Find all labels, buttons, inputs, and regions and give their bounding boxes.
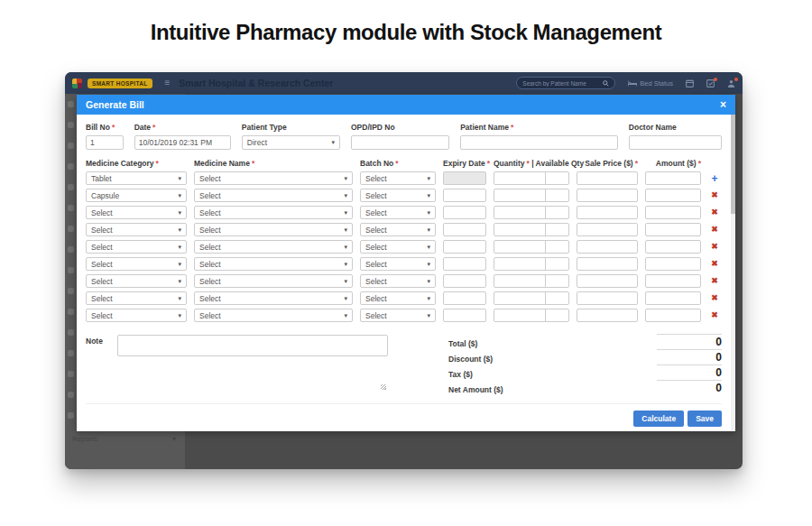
opd-ipd-input[interactable] xyxy=(351,135,449,150)
save-button[interactable]: Save xyxy=(687,411,722,427)
sale-price-input[interactable] xyxy=(577,171,638,185)
amount-input[interactable] xyxy=(645,291,701,305)
medicine-category-select[interactable]: Select▾ xyxy=(86,274,187,288)
sale-price-input[interactable] xyxy=(577,257,638,271)
sidebar-module-icon[interactable] xyxy=(68,205,74,211)
sale-price-input[interactable] xyxy=(577,206,638,219)
sidebar-module-icon[interactable] xyxy=(68,163,74,170)
medicine-name-select[interactable]: Select▾ xyxy=(194,274,353,288)
close-icon[interactable]: × xyxy=(720,99,726,110)
batch-no-select[interactable]: Select▾ xyxy=(360,257,436,271)
medicine-name-select[interactable]: Select▾ xyxy=(194,171,353,185)
sale-price-input[interactable] xyxy=(577,189,638,202)
medicine-name-select[interactable]: Select▾ xyxy=(194,240,353,254)
medicine-category-select[interactable]: Capsule▾ xyxy=(86,189,187,202)
sidebar-module-icon[interactable] xyxy=(68,329,74,336)
batch-no-select[interactable]: Select▾ xyxy=(360,171,436,185)
batch-no-select[interactable]: Select▾ xyxy=(360,291,436,305)
sidebar-module-icon[interactable] xyxy=(68,371,74,377)
remove-row-icon[interactable]: ✖ xyxy=(708,191,721,199)
sidebar-module-icon[interactable] xyxy=(68,184,74,190)
amount-input[interactable] xyxy=(645,309,701,322)
sale-price-input[interactable] xyxy=(577,309,638,322)
modal-scrollbar[interactable] xyxy=(731,115,735,431)
amount-input[interactable] xyxy=(645,240,701,254)
sidebar-module-icon[interactable] xyxy=(68,122,74,128)
sidebar-module-icon[interactable] xyxy=(68,412,74,419)
sale-price-input[interactable] xyxy=(577,240,638,254)
doctor-name-input[interactable] xyxy=(629,135,722,150)
medicine-category-select[interactable]: Select▾ xyxy=(86,291,187,305)
expiry-date-input[interactable] xyxy=(443,291,486,305)
patient-type-select[interactable]: Direct ▾ xyxy=(242,135,340,150)
expiry-date-input[interactable] xyxy=(443,189,486,202)
quantity-input[interactable] xyxy=(494,224,545,235)
batch-no-select[interactable]: Select▾ xyxy=(360,274,436,288)
date-input[interactable] xyxy=(134,135,231,150)
batch-no-select[interactable]: Select▾ xyxy=(360,206,436,219)
amount-input[interactable] xyxy=(645,189,701,202)
sidebar-item-reports[interactable]: Reports ▾ xyxy=(72,435,176,443)
sidebar-module-icon[interactable] xyxy=(68,392,74,398)
sidebar-module-icon[interactable] xyxy=(68,246,74,253)
quantity-input[interactable] xyxy=(494,189,545,201)
bed-status-link[interactable]: Bed Status xyxy=(628,79,673,88)
remove-row-icon[interactable]: ✖ xyxy=(708,294,721,302)
menu-icon[interactable]: ≡ xyxy=(165,78,171,88)
medicine-name-select[interactable]: Select▾ xyxy=(194,257,353,271)
patient-name-input[interactable] xyxy=(460,135,618,150)
expiry-date-input[interactable] xyxy=(443,240,486,254)
quantity-input[interactable] xyxy=(494,292,545,304)
tasks-icon[interactable] xyxy=(706,79,715,88)
amount-input[interactable] xyxy=(645,257,701,271)
calendar-icon[interactable] xyxy=(686,79,694,88)
remove-row-icon[interactable]: ✖ xyxy=(708,260,721,268)
sidebar-module-icon[interactable] xyxy=(68,267,74,273)
add-row-icon[interactable]: + xyxy=(708,173,721,184)
sidebar-module-icon[interactable] xyxy=(68,101,74,107)
remove-row-icon[interactable]: ✖ xyxy=(708,208,721,217)
medicine-name-select[interactable]: Select▾ xyxy=(194,223,353,236)
remove-row-icon[interactable]: ✖ xyxy=(708,226,721,234)
medicine-name-select[interactable]: Select▾ xyxy=(194,206,353,219)
expiry-date-input[interactable] xyxy=(443,274,486,288)
quantity-input[interactable] xyxy=(494,275,545,287)
medicine-name-select[interactable]: Select▾ xyxy=(194,291,353,305)
sidebar-module-icon[interactable] xyxy=(68,226,74,232)
remove-row-icon[interactable]: ✖ xyxy=(708,311,721,319)
quantity-input[interactable] xyxy=(494,172,545,184)
sidebar-module-icon[interactable] xyxy=(68,143,74,149)
medicine-category-select[interactable]: Select▾ xyxy=(86,309,187,322)
resize-handle[interactable] xyxy=(381,384,386,390)
remove-row-icon[interactable]: ✖ xyxy=(708,243,721,251)
patient-search-input[interactable] xyxy=(522,80,599,87)
expiry-date-input[interactable] xyxy=(443,223,486,236)
sale-price-input[interactable] xyxy=(577,291,638,305)
sale-price-input[interactable] xyxy=(577,223,638,236)
remove-row-icon[interactable]: ✖ xyxy=(708,277,721,285)
patient-search[interactable] xyxy=(516,77,615,89)
scrollbar-thumb[interactable] xyxy=(731,115,735,214)
quantity-input[interactable] xyxy=(494,309,545,321)
bill-no-input[interactable] xyxy=(86,135,124,150)
note-textarea[interactable] xyxy=(117,335,388,356)
expiry-date-input[interactable] xyxy=(443,206,486,219)
medicine-name-select[interactable]: Select▾ xyxy=(194,189,353,202)
sale-price-input[interactable] xyxy=(577,274,638,288)
batch-no-select[interactable]: Select▾ xyxy=(360,309,436,322)
batch-no-select[interactable]: Select▾ xyxy=(360,240,436,254)
medicine-category-select[interactable]: Select▾ xyxy=(86,257,187,271)
quantity-input[interactable] xyxy=(494,207,545,218)
sidebar-module-icon[interactable] xyxy=(68,288,74,294)
quantity-input[interactable] xyxy=(494,241,545,253)
medicine-category-select[interactable]: Tablet▾ xyxy=(86,171,187,185)
expiry-date-input[interactable] xyxy=(443,257,486,271)
batch-no-select[interactable]: Select▾ xyxy=(360,189,436,202)
medicine-category-select[interactable]: Select▾ xyxy=(86,223,187,236)
medicine-name-select[interactable]: Select▾ xyxy=(194,309,353,322)
amount-input[interactable] xyxy=(645,274,701,288)
medicine-category-select[interactable]: Select▾ xyxy=(86,206,187,219)
sidebar-module-icon[interactable] xyxy=(68,350,74,356)
search-icon[interactable] xyxy=(603,80,609,87)
medicine-category-select[interactable]: Select▾ xyxy=(86,240,187,254)
